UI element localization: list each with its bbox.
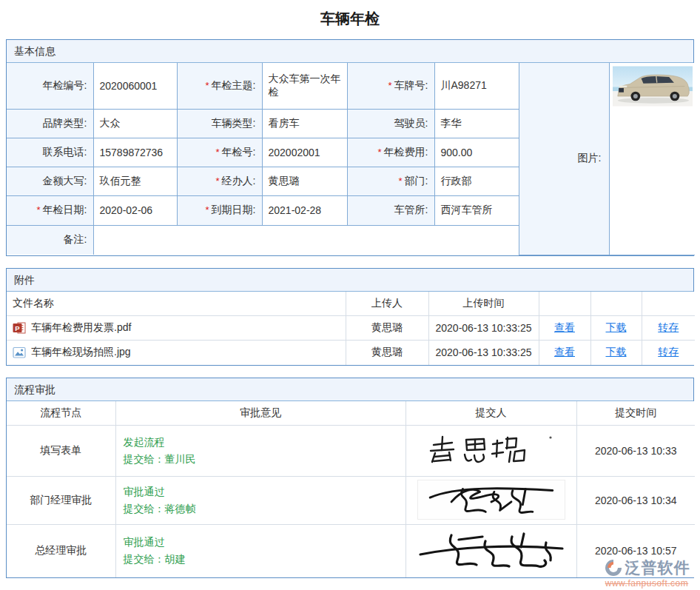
fanpu-logo-icon bbox=[604, 558, 623, 577]
approval-row: 填写表单 发起流程 提交给：董川民 bbox=[7, 426, 695, 477]
file-upload-time: 2020-06-13 10:33:25 bbox=[428, 341, 539, 365]
column-header-upload-time: 上传时间 bbox=[428, 292, 539, 316]
column-header-approval-opinion: 审批意见 bbox=[115, 401, 405, 426]
field-label-plate-no: *车牌号: bbox=[347, 63, 434, 109]
field-value-handler: 黄思璐 bbox=[262, 167, 347, 195]
opinion-submit-to: 提交给：蒋德帧 bbox=[124, 500, 398, 517]
pdf-file-icon: P bbox=[13, 321, 26, 335]
column-header-submit-time: 提交时间 bbox=[576, 401, 695, 426]
flow-node: 填写表单 bbox=[7, 426, 115, 477]
vendor-url: www.fanpusoft.com bbox=[595, 578, 699, 589]
attachments-section: 附件 文件名称 上传人 上传时间 P 车 bbox=[6, 268, 694, 366]
vehicle-photo-cell bbox=[609, 63, 695, 255]
basic-info-table: 年检编号: 2020060001 *年检主题: 大众车第一次年检 *车牌号: 川… bbox=[7, 63, 695, 255]
field-value-driver: 李华 bbox=[434, 109, 519, 138]
required-asterisk: * bbox=[388, 80, 392, 91]
opinion-action: 发起流程 bbox=[124, 434, 398, 451]
column-header-uploader: 上传人 bbox=[346, 292, 428, 316]
approval-section: 流程审批 流程节点 审批意见 提交人 提交时间 填写表单 发起流程 提交给：董川… bbox=[6, 378, 694, 578]
svg-text:P: P bbox=[15, 324, 20, 332]
approval-table: 流程节点 审批意见 提交人 提交时间 填写表单 发起流程 提交给：董川民 bbox=[7, 401, 695, 577]
field-label-inspection-date: *年检日期: bbox=[7, 195, 93, 225]
opinion-submit-to: 提交给：胡建 bbox=[124, 551, 398, 568]
handwritten-signature bbox=[417, 480, 565, 520]
file-name: 车辆年检费用发票.pdf bbox=[31, 321, 131, 335]
field-value-vehicle-type: 看房车 bbox=[262, 109, 347, 138]
submit-time: 2020-06-13 10:34 bbox=[576, 477, 695, 525]
basic-info-section: 基本信息 年检编号: 2020060001 *年检主题: 大众车第一次年检 *车… bbox=[6, 39, 694, 256]
field-value-inspection-no: 2020060001 bbox=[93, 63, 177, 109]
file-upload-time: 2020-06-13 10:33:25 bbox=[428, 316, 539, 341]
field-value-department: 行政部 bbox=[434, 167, 519, 195]
field-label-expiry-date: *到期日期: bbox=[177, 195, 262, 225]
column-header-action-2 bbox=[590, 292, 642, 316]
field-label-inspection-fee: *年检费用: bbox=[347, 138, 434, 167]
field-value-inspection-subject: 大众车第一次年检 bbox=[262, 63, 347, 109]
handwritten-signature bbox=[413, 528, 570, 572]
column-header-file-name: 文件名称 bbox=[7, 292, 346, 316]
field-value-inspection-fee: 900.00 bbox=[434, 138, 519, 167]
attachment-row: 车辆年检现场拍照.jpg 黄思璐 2020-06-13 10:33:25 查看 … bbox=[7, 341, 695, 365]
field-value-inspection-date: 2020-02-06 bbox=[93, 195, 177, 225]
handwritten-signature bbox=[428, 434, 555, 466]
approval-row: 总经理审批 审批通过 提交给：胡建 2 bbox=[7, 525, 695, 577]
field-label-contact-phone: 联系电话: bbox=[7, 138, 93, 167]
basic-info-section-title: 基本信息 bbox=[7, 40, 693, 63]
view-link[interactable]: 查看 bbox=[554, 346, 575, 358]
opinion-action: 审批通过 bbox=[124, 534, 398, 551]
save-as-link[interactable]: 转存 bbox=[658, 321, 679, 333]
column-header-flow-node: 流程节点 bbox=[7, 401, 115, 426]
column-header-action-3 bbox=[642, 292, 695, 316]
opinion-submit-to: 提交给：董川民 bbox=[124, 451, 398, 468]
vendor-watermark: 泛普软件 www.fanpusoft.com bbox=[595, 557, 699, 589]
attachments-table: 文件名称 上传人 上传时间 P 车辆年检费用发票.pdf 黄思璐 bbox=[7, 292, 695, 365]
download-link[interactable]: 下载 bbox=[606, 321, 627, 333]
download-link[interactable]: 下载 bbox=[606, 346, 627, 358]
field-label-remark: 备注: bbox=[7, 225, 93, 255]
submit-time: 2020-06-13 10:33 bbox=[576, 426, 695, 477]
attachment-row: P 车辆年检费用发票.pdf 黄思璐 2020-06-13 10:33:25 查… bbox=[7, 316, 695, 341]
field-label-driver: 驾驶员: bbox=[347, 109, 434, 138]
field-value-dmv-office: 西河车管所 bbox=[434, 195, 519, 225]
flow-node: 部门经理审批 bbox=[7, 477, 115, 525]
vendor-brand-name: 泛普软件 bbox=[625, 557, 690, 578]
view-link[interactable]: 查看 bbox=[554, 321, 575, 333]
save-as-link[interactable]: 转存 bbox=[658, 346, 679, 358]
field-label-dmv-office: 车管所: bbox=[347, 195, 434, 225]
field-value-plate-no: 川A98271 bbox=[434, 63, 519, 109]
image-file-icon bbox=[13, 346, 26, 359]
attachments-section-title: 附件 bbox=[7, 269, 693, 292]
opinion-action: 审批通过 bbox=[124, 483, 398, 500]
file-uploader: 黄思璐 bbox=[346, 341, 428, 365]
field-value-brand-type: 大众 bbox=[93, 109, 177, 138]
field-label-brand-type: 品牌类型: bbox=[7, 109, 93, 138]
photo-label: 图片: bbox=[519, 63, 609, 255]
file-name: 车辆年检现场拍照.jpg bbox=[31, 346, 131, 359]
field-value-expiry-date: 2021-02-28 bbox=[262, 195, 347, 225]
file-uploader: 黄思璐 bbox=[346, 316, 428, 341]
approval-section-title: 流程审批 bbox=[7, 378, 693, 401]
approval-row: 部门经理审批 审批通过 提交给：蒋德帧 2020-06-13 1 bbox=[7, 477, 695, 525]
field-label-vehicle-type: 车辆类型: bbox=[177, 109, 262, 138]
field-label-inspection-subject: *年检主题: bbox=[177, 63, 262, 109]
column-header-action-1 bbox=[539, 292, 590, 316]
field-label-inspection-number: *年检号: bbox=[177, 138, 262, 167]
vehicle-photo bbox=[613, 66, 693, 107]
field-value-inspection-number: 202002001 bbox=[262, 138, 347, 167]
field-value-remark bbox=[93, 225, 519, 255]
field-label-department: *部门: bbox=[347, 167, 434, 195]
field-label-handler: *经办人: bbox=[177, 167, 262, 195]
page-title: 车辆年检 bbox=[0, 0, 700, 39]
field-value-contact-phone: 15789872736 bbox=[93, 138, 177, 167]
required-asterisk: * bbox=[206, 80, 209, 91]
field-label-inspection-no: 年检编号: bbox=[7, 63, 93, 109]
column-header-submitter: 提交人 bbox=[405, 401, 576, 426]
flow-node: 总经理审批 bbox=[7, 525, 115, 577]
field-label-amount-in-words: 金额大写: bbox=[7, 167, 93, 195]
field-value-amount-in-words: 玖佰元整 bbox=[93, 167, 177, 195]
